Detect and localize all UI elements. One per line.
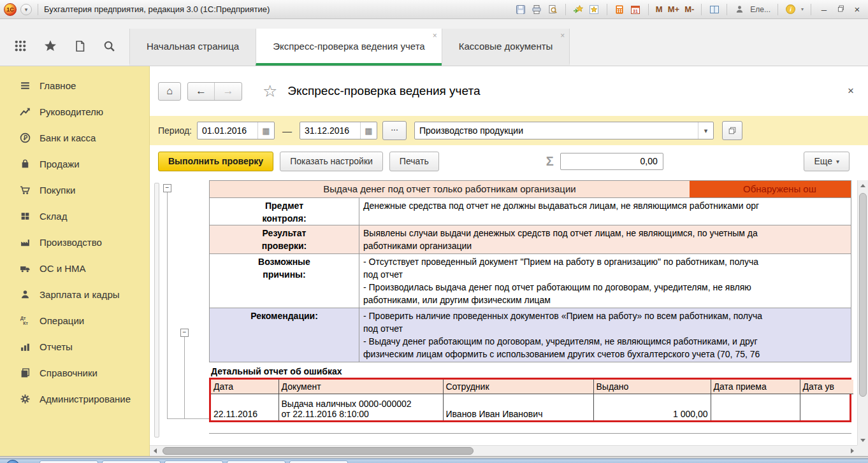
form-header: ⌂ ← → ☆ Экспресс-проверка ведения учета … (150, 66, 868, 116)
sidebar-item[interactable]: Администрирование (0, 386, 149, 412)
taskbar-button[interactable] (289, 460, 348, 463)
horizontal-scroll-thumb[interactable] (163, 447, 474, 455)
info-icon[interactable]: i (785, 4, 796, 15)
check-selector-combo[interactable]: Производство продукции ▾ (414, 122, 714, 139)
chevron-down-icon[interactable]: ▾ (698, 122, 713, 139)
sidebar-item[interactable]: Продажи (0, 151, 149, 177)
sidebar-item-label: Производство (40, 237, 102, 248)
save-icon[interactable] (516, 4, 526, 15)
sidebar-item[interactable]: Склад (0, 203, 149, 229)
sidebar-item[interactable]: Отчеты (0, 334, 149, 360)
collapse-expander[interactable]: − (163, 184, 171, 192)
check-status-badge[interactable]: Обнаружены ош (690, 181, 851, 197)
search-icon[interactable] (103, 40, 115, 55)
sidebar-item-label: Операции (40, 315, 84, 326)
main-menu-button[interactable]: ▾ (20, 4, 32, 15)
error-highlight-frame: ДатаДокументСотрудникВыданоДата приемаДа… (209, 378, 851, 422)
scroll-right-arrow[interactable] (847, 446, 857, 456)
tab-close-icon[interactable]: × (433, 32, 437, 39)
forward-icon[interactable]: → (215, 83, 242, 100)
taskbar-button[interactable] (102, 460, 161, 463)
period-from-field[interactable]: 01.01.2016 ▦ (197, 122, 275, 139)
period-to-value[interactable]: 31.12.2016 (300, 122, 360, 139)
tab[interactable]: Экспресс-проверка ведения учета× (256, 29, 442, 66)
sidebar-item[interactable]: Производство (0, 229, 149, 255)
period-to-field[interactable]: 31.12.2016 ▦ (300, 122, 377, 139)
calendar-icon[interactable]: 31 (630, 4, 641, 15)
home-button[interactable]: ⌂ (158, 82, 181, 101)
sidebar-item[interactable]: Справочники (0, 360, 149, 386)
report-row-label: Предметконтроля: (210, 198, 359, 225)
person-icon (19, 289, 31, 300)
divider (727, 4, 727, 15)
ruble-icon (19, 132, 31, 143)
memory-recall-button[interactable]: M (656, 4, 663, 14)
memory-subtract-button[interactable]: M- (684, 4, 694, 14)
sidebar-item[interactable]: Главное (0, 73, 149, 99)
calculator-icon[interactable] (614, 4, 625, 15)
os-taskbar (0, 459, 868, 463)
report-row-value: Денежные средства под отчет не должны вы… (359, 198, 851, 225)
vertical-scrollbar[interactable] (857, 180, 868, 445)
report-row-label: Рекомендации: (210, 308, 359, 362)
split-window-icon[interactable] (709, 4, 720, 15)
all-functions-menu-icon[interactable] (14, 39, 27, 55)
taskbar-button[interactable] (227, 460, 286, 463)
sidebar-item[interactable]: ОС и НМА (0, 255, 149, 281)
close-window-button[interactable]: × (851, 4, 863, 14)
scroll-down-arrow[interactable] (858, 435, 868, 445)
sidebar-item[interactable]: ДтКтОперации (0, 308, 149, 334)
scroll-left-arrow[interactable] (150, 446, 160, 456)
dtkt-icon: ДтКт (19, 315, 31, 326)
horizontal-scrollbar[interactable] (150, 445, 857, 456)
print-preview-icon[interactable] (547, 4, 558, 15)
open-list-button[interactable] (722, 121, 742, 140)
current-user-label[interactable]: Еле... (750, 5, 770, 14)
print-icon[interactable] (532, 4, 542, 15)
tab[interactable]: Кассовые документы× (442, 29, 570, 66)
taskbar-button[interactable] (164, 460, 223, 463)
sidebar-item[interactable]: Покупки (0, 177, 149, 203)
period-choose-button[interactable]: ... (382, 121, 407, 140)
sum-field[interactable]: 0,00 (560, 153, 663, 170)
start-button[interactable] (6, 460, 20, 463)
favorites-icon[interactable] (589, 4, 600, 15)
calendar-picker-icon[interactable]: ▦ (360, 122, 377, 139)
check-selector-value[interactable]: Производство продукции (415, 122, 698, 139)
tab[interactable]: Начальная страница (129, 29, 256, 66)
show-settings-button[interactable]: Показать настройки (280, 152, 383, 171)
page-title: Экспресс-проверка ведения учета (287, 84, 480, 98)
period-from-value[interactable]: 01.01.2016 (198, 122, 257, 139)
taskbar-button[interactable] (40, 460, 98, 463)
run-check-button[interactable]: Выполнить проверку (158, 152, 273, 171)
info-dropdown-icon[interactable]: ▾ (801, 6, 804, 12)
tab-close-icon[interactable]: × (560, 32, 565, 39)
memory-add-button[interactable]: M+ (668, 4, 679, 14)
tree-line (167, 192, 168, 418)
error-employee-cell: Иванов Иван Иванович (443, 394, 593, 420)
print-button[interactable]: Печать (389, 152, 439, 171)
favorite-toggle-icon[interactable]: ☆ (263, 83, 277, 99)
vertical-scroll-thumb[interactable] (859, 193, 867, 397)
more-button[interactable]: Еще▾ (804, 152, 850, 171)
grouping-slider[interactable] (154, 183, 159, 438)
scroll-up-arrow[interactable] (858, 180, 868, 190)
minimize-button[interactable]: – (818, 4, 830, 14)
svg-text:Кт: Кт (23, 321, 28, 325)
check-title[interactable]: Выдача денег под отчет только работникам… (210, 181, 690, 197)
restore-button[interactable] (835, 4, 846, 14)
collapse-expander[interactable]: − (180, 329, 189, 337)
add-favorite-icon[interactable] (573, 4, 584, 15)
favorites-star-icon[interactable] (44, 39, 57, 55)
back-icon[interactable]: ← (188, 83, 215, 100)
sidebar-item[interactable]: Руководителю (0, 99, 149, 125)
error-hire-date-cell (711, 394, 800, 420)
calendar-picker-icon[interactable]: ▦ (257, 122, 274, 139)
tree-line (167, 418, 209, 419)
history-icon[interactable] (74, 40, 86, 55)
sidebar-item[interactable]: Банк и касса (0, 125, 149, 151)
sidebar-item[interactable]: Зарплата и кадры (0, 281, 149, 308)
errors-table[interactable]: ДатаДокументСотрудникВыданоДата приемаДа… (211, 380, 853, 420)
error-row[interactable]: 22.11.2016Выдача наличных 0000-000002от … (211, 394, 853, 420)
close-form-icon[interactable]: × (848, 85, 854, 97)
